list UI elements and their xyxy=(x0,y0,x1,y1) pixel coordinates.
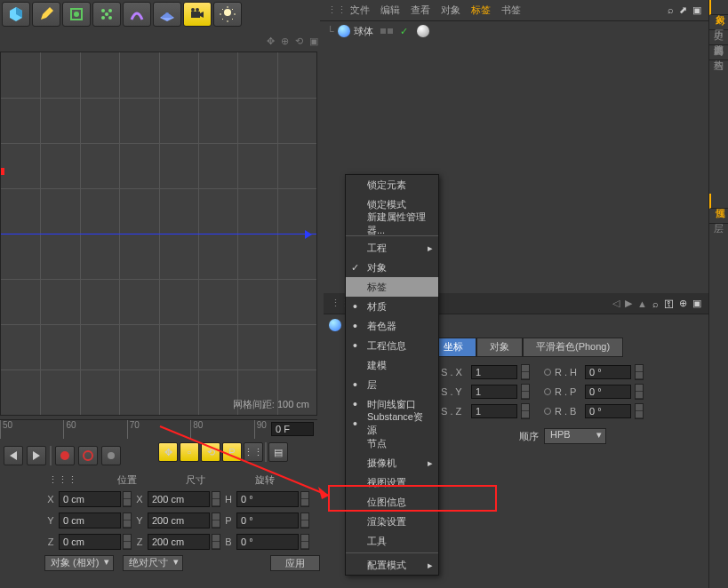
rotate-button[interactable]: ⟲ xyxy=(201,442,220,462)
cm-item[interactable]: 摄像机 xyxy=(346,453,438,473)
prev-key-button[interactable] xyxy=(4,446,23,465)
scale-input[interactable] xyxy=(471,404,517,418)
menu-文件[interactable]: 文件 xyxy=(350,4,370,15)
cm-item[interactable]: 着色器 xyxy=(346,316,438,336)
floor-tool[interactable] xyxy=(153,2,181,27)
spinner[interactable] xyxy=(212,491,220,507)
cm-item[interactable]: 材质 xyxy=(346,297,438,316)
bend-tool[interactable] xyxy=(123,2,151,27)
object-tree-row[interactable]: └ 球体 ✓ xyxy=(320,21,708,41)
pos-Y-input[interactable] xyxy=(59,513,121,528)
pos-mode-select[interactable]: 对象 (相对) xyxy=(44,555,114,571)
size-mode-select[interactable]: 绝对尺寸 xyxy=(123,555,183,571)
spinner[interactable] xyxy=(123,534,132,550)
rotation-order-select[interactable]: HPB xyxy=(544,428,606,444)
cm-item[interactable]: 位图信息 xyxy=(346,492,438,512)
scale-button[interactable]: ▫ xyxy=(180,442,199,462)
move-button[interactable]: ✥ xyxy=(158,442,178,462)
spinner[interactable] xyxy=(635,403,644,419)
size-Y-input[interactable] xyxy=(148,513,210,528)
cm-item[interactable]: 工具 xyxy=(346,531,438,551)
rot-input[interactable] xyxy=(585,365,631,379)
panel-menu-icon[interactable]: ▣ xyxy=(692,298,701,309)
scale-input[interactable] xyxy=(471,385,517,399)
menu-对象[interactable]: 对象 xyxy=(441,4,460,15)
cm-item[interactable]: 节点 xyxy=(346,433,438,453)
cm-item[interactable]: 锁定元素 xyxy=(346,175,438,195)
spinner[interactable] xyxy=(212,534,220,550)
key-dot[interactable] xyxy=(544,408,551,415)
vtab-history[interactable]: 历史 xyxy=(709,15,728,30)
key-dot[interactable] xyxy=(544,388,551,395)
search-icon[interactable]: ⌕ xyxy=(668,4,674,16)
lock-icon[interactable]: ⚿ xyxy=(664,298,674,309)
spinner[interactable] xyxy=(635,364,644,380)
pan-icon[interactable]: ✥ xyxy=(267,36,279,48)
deform-tool[interactable] xyxy=(62,2,91,27)
spinner[interactable] xyxy=(521,384,530,400)
object-name-label[interactable]: 球体 xyxy=(354,25,373,38)
spinner[interactable] xyxy=(212,513,220,528)
apply-button[interactable]: 应用 xyxy=(270,555,320,571)
key-dot[interactable] xyxy=(544,369,551,376)
rot-input[interactable] xyxy=(585,404,631,418)
vtab-browser[interactable]: 内容浏览器 xyxy=(709,30,728,45)
vtab-layers[interactable]: 层 xyxy=(709,209,728,224)
cm-item[interactable]: 视图设置 xyxy=(346,473,438,492)
cm-item[interactable]: 渲染设置 xyxy=(346,512,438,531)
pla-button[interactable]: ⋮⋮ xyxy=(244,442,263,462)
camera-tool[interactable] xyxy=(183,2,212,27)
spinner[interactable] xyxy=(123,513,132,528)
cm-item[interactable]: 层 xyxy=(346,375,438,394)
pos-Z-input[interactable] xyxy=(59,534,121,550)
current-frame-input[interactable] xyxy=(271,422,314,436)
viewport[interactable]: 网格间距: 100 cm xyxy=(0,52,317,416)
record-button[interactable] xyxy=(55,446,75,465)
new-icon[interactable]: ⊕ xyxy=(679,298,687,309)
panel-menu-icon[interactable]: ▣ xyxy=(692,4,701,16)
spinner[interactable] xyxy=(300,534,309,550)
spinner[interactable] xyxy=(635,384,644,400)
cm-item[interactable]: Substance资源 xyxy=(346,414,438,433)
drag-icon[interactable]: ⋮⋮⋮ xyxy=(327,4,340,16)
pen-tool[interactable] xyxy=(32,2,60,27)
timeline-ruler[interactable]: 50 60 70 80 90 xyxy=(0,419,317,439)
spinner[interactable] xyxy=(123,491,132,507)
scale-input[interactable] xyxy=(471,365,517,379)
spinner[interactable] xyxy=(521,403,530,419)
arrow-up-icon[interactable]: ⬈ xyxy=(679,4,687,16)
menu-编辑[interactable]: 编辑 xyxy=(380,4,400,15)
cm-item[interactable]: 对象 xyxy=(346,258,438,277)
array-tool[interactable] xyxy=(92,2,121,27)
fcurve-button[interactable]: ▤ xyxy=(268,442,288,462)
light-tool[interactable] xyxy=(213,2,242,27)
visibility-dots[interactable] xyxy=(380,28,393,34)
cm-item[interactable]: 工程信息 xyxy=(346,336,438,355)
rot-P-input[interactable] xyxy=(236,513,299,528)
nav-up-icon[interactable]: ▲ xyxy=(637,298,647,309)
cm-item[interactable]: 新建属性管理器... xyxy=(346,214,438,234)
spinner[interactable] xyxy=(521,364,530,380)
vtab-attributes[interactable]: 属性 xyxy=(709,194,728,209)
spinner[interactable] xyxy=(300,491,309,507)
phong-tag-icon[interactable] xyxy=(417,25,429,37)
size-X-input[interactable] xyxy=(148,491,210,507)
pos-X-input[interactable] xyxy=(59,491,121,507)
rot-B-input[interactable] xyxy=(236,534,299,550)
rot-H-input[interactable] xyxy=(236,491,299,507)
rotate-icon[interactable]: ⟲ xyxy=(295,36,308,48)
cube-tool[interactable] xyxy=(2,2,30,27)
vtab-objects[interactable]: 对象 xyxy=(709,0,728,15)
nav-fwd-icon[interactable]: ▶ xyxy=(625,298,632,309)
menu-书签[interactable]: 书签 xyxy=(501,4,521,15)
zoom-icon[interactable]: ⊕ xyxy=(281,36,293,48)
nav-back-icon[interactable]: ◁ xyxy=(612,298,620,309)
keyframe-sel-button[interactable] xyxy=(101,446,121,465)
size-Z-input[interactable] xyxy=(148,534,210,550)
cm-item[interactable]: 标签 xyxy=(346,277,438,297)
drag-icon[interactable]: ⋮⋮⋮ xyxy=(44,474,114,486)
cm-item[interactable]: 工程 xyxy=(346,238,438,258)
vtab-structure[interactable]: 构造 xyxy=(709,45,728,60)
menu-查看[interactable]: 查看 xyxy=(411,4,430,15)
attr-tab[interactable]: 平滑着色(Phong) xyxy=(523,338,623,357)
